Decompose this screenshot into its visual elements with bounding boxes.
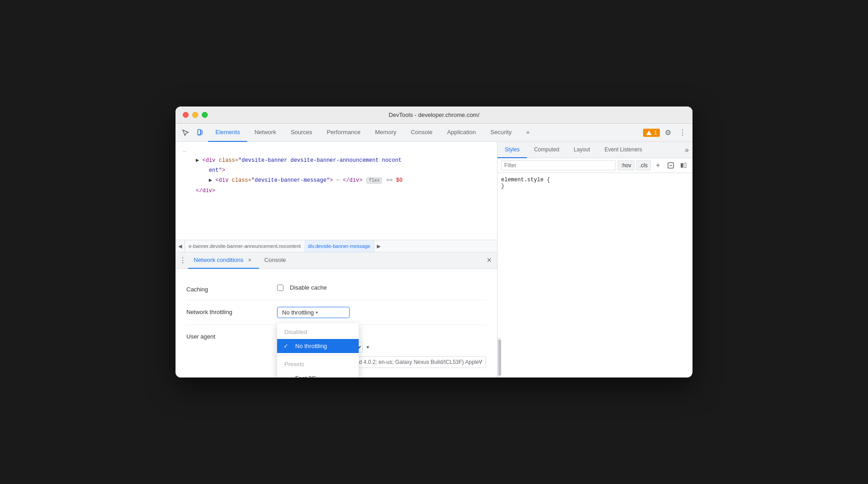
toggle-sidebar-icon[interactable] [678, 160, 689, 171]
checkmark-icon: ✓ [283, 343, 288, 349]
window-title: DevTools - developer.chrome.com/ [389, 111, 479, 118]
throttle-dropdown-arrow: ▾ [316, 310, 318, 315]
network-throttling-content: No throttling ▾ Disabled ✓ [277, 307, 486, 318]
settings-button[interactable]: ⚙ [662, 126, 674, 139]
tab-network[interactable]: Network [247, 124, 283, 142]
svg-rect-6 [681, 163, 683, 168]
right-panel: Styles Computed Layout Event Listeners »… [497, 142, 692, 378]
bottom-tab-bar: ⋮ Network conditions × Console × [176, 252, 497, 269]
svg-rect-1 [199, 134, 200, 135]
throttle-dropdown-menu: Disabled ✓ No throttling Presets [277, 323, 359, 378]
tab-console-bottom[interactable]: Console [259, 252, 292, 269]
caching-label: Caching [186, 284, 277, 293]
panel-close-button[interactable]: × [483, 252, 495, 268]
close-button[interactable] [183, 112, 189, 118]
tab-sources[interactable]: Sources [283, 124, 320, 142]
styles-filter-bar: :hov .cls + [497, 158, 692, 173]
styles-content: element.style { } [497, 173, 692, 338]
ua-arrow: ▾ [366, 344, 369, 350]
svg-marker-3 [646, 131, 652, 135]
tab-performance[interactable]: Performance [320, 124, 368, 142]
styles-tab-bar: Styles Computed Layout Event Listeners » [497, 142, 692, 158]
main-tab-list: Elements Network Sources Performance Mem… [208, 124, 641, 142]
toolbar-right: 1 ⚙ ⋮ [643, 126, 689, 139]
breadcrumb-item-2[interactable]: div.devsite-banner-message [304, 240, 374, 252]
caching-content: Disable cache [277, 284, 486, 291]
caching-checkbox[interactable] [277, 285, 283, 291]
tab-computed[interactable]: Computed [527, 142, 566, 158]
breadcrumb-bar: ◀ e-banner.devsite-banner-announcement.n… [176, 240, 497, 252]
breadcrumb-left-arrow[interactable]: ◀ [176, 240, 185, 252]
dom-line-5: </div> [176, 186, 497, 196]
devtools-body: Elements Network Sources Performance Mem… [176, 124, 692, 378]
dom-line-1: … [176, 145, 497, 155]
network-throttling-row: Network throttling No throttling ▾ [186, 300, 486, 325]
notification-badge[interactable]: 1 [643, 129, 660, 137]
breadcrumb-right-arrow[interactable]: ▶ [374, 240, 383, 252]
main-toolbar: Elements Network Sources Performance Mem… [176, 124, 692, 142]
dropdown-item-fast3g[interactable]: Fast 3G [277, 371, 359, 378]
caching-checkbox-label: Disable cache [290, 284, 327, 291]
dom-line-2[interactable]: ▶ <div class="devsite-banner devsite-ban… [176, 155, 497, 165]
tab-memory[interactable]: Memory [368, 124, 404, 142]
dom-view: … ▶ <div class="devsite-banner devsite-b… [176, 142, 497, 240]
left-panel: … ▶ <div class="devsite-banner devsite-b… [176, 142, 497, 378]
network-conditions-panel: Caching Disable cache Network throttling [176, 269, 497, 378]
throttle-dropdown-button[interactable]: No throttling ▾ [277, 307, 350, 318]
tab-security[interactable]: Security [483, 124, 519, 142]
tab-elements[interactable]: Elements [208, 124, 247, 142]
content-area: … ▶ <div class="devsite-banner devsite-b… [176, 142, 692, 378]
network-throttling-label: Network throttling [186, 307, 277, 315]
tab-network-conditions[interactable]: Network conditions × [188, 252, 259, 269]
tab-network-conditions-label: Network conditions [194, 257, 244, 263]
tab-console[interactable]: Console [404, 124, 440, 142]
bottom-tab-menu-button[interactable]: ⋮ [177, 255, 188, 266]
svg-rect-7 [684, 163, 686, 168]
dom-line-4[interactable]: ▶ <div class="devsite-banner-message"> ⋯… [176, 175, 497, 186]
more-options-button[interactable]: ⋮ [676, 126, 689, 139]
maximize-button[interactable] [202, 112, 208, 118]
throttle-selected-label: No throttling [282, 309, 314, 316]
notification-count: 1 [654, 130, 657, 136]
caching-row: Caching Disable cache [186, 278, 486, 300]
tab-network-conditions-close[interactable]: × [246, 257, 254, 264]
scrollbar-thumb[interactable] [498, 339, 501, 376]
cls-button[interactable]: .cls [636, 160, 651, 170]
user-agent-label: User agent [186, 331, 277, 340]
dom-line-3: ent"> [176, 165, 497, 175]
dropdown-item-disabled: Disabled [277, 325, 359, 339]
tab-layout[interactable]: Layout [566, 142, 597, 158]
dropdown-label-no-throttling: No throttling [295, 343, 327, 349]
styles-filter-input[interactable] [501, 160, 616, 170]
tab-styles[interactable]: Styles [497, 142, 527, 158]
tab-event-listeners[interactable]: Event Listeners [597, 142, 649, 158]
device-icon[interactable] [194, 126, 206, 139]
throttle-dropdown-wrapper: No throttling ▾ Disabled ✓ [277, 307, 350, 318]
right-scrollbar[interactable] [497, 338, 501, 378]
cursor-icon[interactable] [179, 126, 192, 139]
dropdown-divider-1 [277, 355, 359, 355]
add-style-icon[interactable]: + [653, 160, 663, 171]
dropdown-label-fast3g: Fast 3G [295, 375, 316, 378]
style-rule-element: element.style { } [501, 177, 689, 189]
dropdown-label-disabled: Disabled [284, 329, 307, 335]
tab-console-bottom-label: Console [264, 257, 286, 263]
dropdown-item-no-throttling[interactable]: ✓ No throttling [277, 339, 359, 353]
dropdown-item-presets-header: Presets [277, 357, 359, 371]
styles-more-tabs[interactable]: » [681, 142, 692, 158]
dropdown-label-presets: Presets [284, 361, 304, 368]
tab-more[interactable]: » [519, 124, 536, 142]
hov-button[interactable]: :hov [618, 160, 634, 170]
title-bar: DevTools - developer.chrome.com/ [176, 106, 692, 124]
minimize-button[interactable] [192, 112, 198, 118]
new-style-rule-icon[interactable] [665, 160, 676, 171]
tab-application[interactable]: Application [440, 124, 483, 142]
devtools-window: DevTools - developer.chrome.com/ Element… [176, 106, 692, 378]
breadcrumb-item-1[interactable]: e-banner.devsite-banner-announcement.noc… [185, 240, 304, 252]
